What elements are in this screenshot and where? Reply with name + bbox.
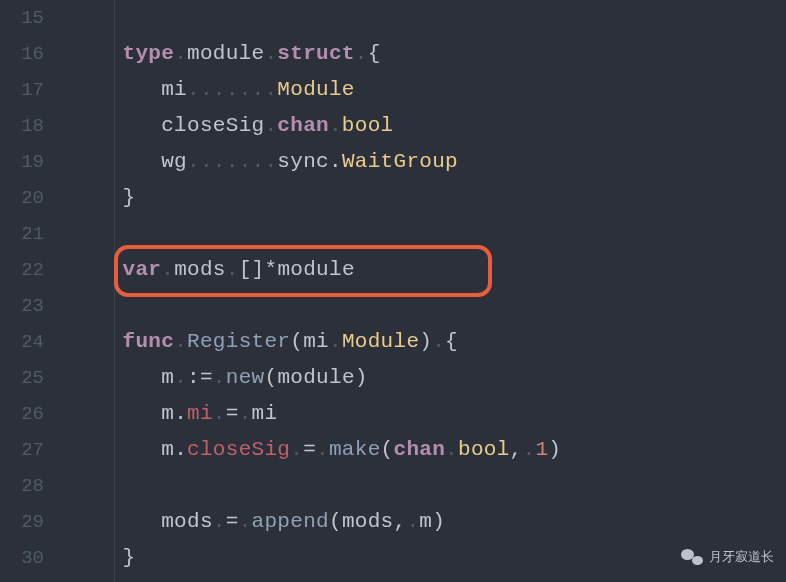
line-number: 16	[0, 36, 58, 72]
line-number: 18	[0, 108, 58, 144]
line-number: 27	[0, 432, 58, 468]
line-number: 23	[0, 288, 58, 324]
code-line[interactable]	[58, 0, 786, 36]
code-line[interactable]: }	[58, 540, 786, 576]
code-line[interactable]: closeSig.chan.bool	[58, 108, 786, 144]
line-number: 30	[0, 540, 58, 576]
code-line[interactable]: mi.......Module	[58, 72, 786, 108]
line-number: 25	[0, 360, 58, 396]
line-number: 21	[0, 216, 58, 252]
line-number: 24	[0, 324, 58, 360]
code-editor: 15 16 17 18 19 20 21 22 23 24 25 26 27 2…	[0, 0, 786, 582]
code-line[interactable]	[58, 468, 786, 504]
line-number: 22	[0, 252, 58, 288]
line-number: 26	[0, 396, 58, 432]
line-number: 20	[0, 180, 58, 216]
line-number: 15	[0, 0, 58, 36]
line-number: 29	[0, 504, 58, 540]
wechat-icon	[681, 548, 703, 566]
line-number: 19	[0, 144, 58, 180]
code-line[interactable]: m.mi.=.mi	[58, 396, 786, 432]
code-line[interactable]: var.mods.[]*module	[58, 252, 786, 288]
line-number: 17	[0, 72, 58, 108]
code-line[interactable]: m.:=.new(module)	[58, 360, 786, 396]
code-line[interactable]: m.closeSig.=.make(chan.bool,.1)	[58, 432, 786, 468]
code-content[interactable]: type.module.struct.{ mi.......Module clo…	[58, 0, 786, 582]
watermark: 月牙寂道长	[681, 548, 774, 566]
code-line[interactable]: func.Register(mi.Module).{	[58, 324, 786, 360]
code-line[interactable]: }	[58, 180, 786, 216]
watermark-text: 月牙寂道长	[709, 548, 774, 566]
code-line[interactable]: type.module.struct.{	[58, 36, 786, 72]
code-line[interactable]: wg.......sync.WaitGroup	[58, 144, 786, 180]
code-line[interactable]	[58, 288, 786, 324]
code-line[interactable]: mods.=.append(mods,.m)	[58, 504, 786, 540]
line-number-gutter: 15 16 17 18 19 20 21 22 23 24 25 26 27 2…	[0, 0, 58, 582]
line-number: 28	[0, 468, 58, 504]
code-line[interactable]	[58, 216, 786, 252]
